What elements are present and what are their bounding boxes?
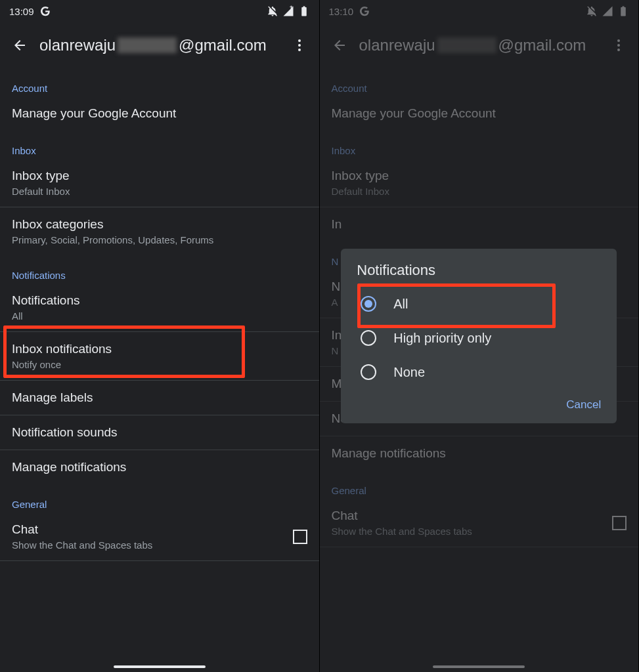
inbox-type-sub: Default Inbox [12, 186, 70, 197]
dnd-icon [267, 5, 278, 17]
row-inbox-type[interactable]: Inbox type Default Inbox [0, 159, 319, 207]
section-inbox: Inbox [0, 131, 319, 159]
radio-icon[interactable] [361, 330, 376, 346]
row-manage-notifications[interactable]: Manage notifications [0, 450, 319, 484]
cancel-button[interactable]: Cancel [566, 398, 601, 411]
notifications-sub: All [12, 310, 80, 322]
manage-notifications-label: Manage notifications [12, 460, 126, 474]
divider [0, 560, 319, 561]
screen-right: 13:10 olanrewaju @gmail.com [320, 0, 640, 672]
app-bar: olanrewaju @gmail.com [0, 22, 319, 68]
row-notification-sounds[interactable]: Notification sounds [0, 415, 319, 450]
inbox-notifications-sub: Notify once [12, 359, 112, 370]
row-inbox-categories[interactable]: Inbox categories Primary, Social, Promot… [0, 207, 319, 255]
svg-rect-0 [290, 7, 292, 10]
redacted-segment [118, 37, 177, 53]
dialog-overlay[interactable]: Notifications All High priority only Non… [320, 0, 639, 672]
inbox-categories-sub: Primary, Social, Promotions, Updates, Fo… [12, 234, 213, 245]
notifications-title: Notifications [12, 293, 80, 308]
svg-point-3 [298, 49, 301, 51]
email-prefix: olanrewaju [39, 36, 116, 54]
inbox-type-title: Inbox type [12, 169, 70, 183]
manage-labels-label: Manage labels [12, 390, 93, 405]
inbox-categories-title: Inbox categories [12, 217, 213, 232]
radio-label-all: All [393, 297, 408, 312]
manage-account-label: Manage your Google Account [12, 106, 176, 121]
section-account: Account [0, 68, 319, 96]
status-time: 13:09 [9, 6, 34, 17]
radio-icon[interactable] [361, 364, 376, 380]
email-suffix: @gmail.com [179, 36, 267, 54]
row-manage-account[interactable]: Manage your Google Account [0, 96, 319, 131]
notifications-dialog: Notifications All High priority only Non… [341, 249, 617, 423]
signal-icon [282, 5, 294, 17]
radio-label-none: None [393, 365, 425, 380]
section-notifications: Notifications [0, 255, 319, 284]
radio-label-high: High priority only [393, 331, 491, 346]
account-email: olanrewaju @gmail.com [39, 36, 280, 54]
more-vert-icon[interactable] [292, 37, 307, 53]
screen-left: 13:09 olanrewaju @gmail.com [0, 0, 320, 672]
svg-point-1 [298, 39, 301, 42]
radio-option-all[interactable]: All [341, 287, 617, 321]
notification-sounds-label: Notification sounds [12, 425, 118, 440]
chat-checkbox[interactable] [293, 530, 307, 544]
row-chat[interactable]: Chat Show the Chat and Spaces tabs [0, 513, 319, 560]
chat-sub: Show the Chat and Spaces tabs [12, 539, 152, 551]
battery-icon [298, 5, 310, 17]
dialog-title: Notifications [341, 262, 617, 287]
inbox-notifications-title: Inbox notifications [12, 342, 112, 356]
home-indicator[interactable] [114, 665, 206, 668]
back-icon[interactable] [12, 37, 28, 53]
row-notifications[interactable]: Notifications All [0, 284, 319, 331]
chat-title: Chat [12, 522, 152, 537]
radio-icon[interactable] [361, 296, 376, 312]
row-inbox-notifications[interactable]: Inbox notifications Notify once [0, 332, 319, 380]
radio-option-high[interactable]: High priority only [341, 321, 617, 355]
google-icon [39, 5, 51, 17]
radio-option-none[interactable]: None [341, 355, 617, 389]
row-manage-labels[interactable]: Manage labels [0, 381, 319, 415]
section-general: General [0, 484, 319, 513]
status-bar: 13:09 [0, 0, 319, 22]
svg-point-2 [298, 44, 301, 47]
